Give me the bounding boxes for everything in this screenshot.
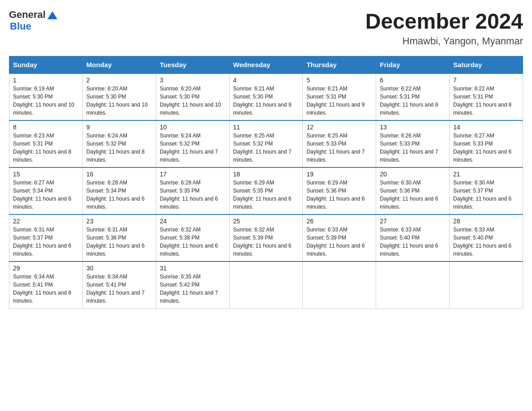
day-number: 31 (160, 265, 226, 272)
header-thursday: Thursday (303, 56, 376, 74)
week-row-1: 1Sunrise: 6:19 AMSunset: 5:30 PMDaylight… (9, 73, 523, 120)
day-info: Sunrise: 6:34 AMSunset: 5:41 PMDaylight:… (13, 273, 79, 305)
day-info: Sunrise: 6:25 AMSunset: 5:32 PMDaylight:… (233, 132, 299, 164)
day-number: 15 (13, 171, 79, 178)
day-info: Sunrise: 6:20 AMSunset: 5:30 PMDaylight:… (160, 85, 226, 117)
calendar-cell: 1Sunrise: 6:19 AMSunset: 5:30 PMDaylight… (9, 73, 83, 120)
day-number: 7 (453, 77, 519, 84)
day-number: 19 (306, 171, 372, 178)
day-info: Sunrise: 6:27 AMSunset: 5:34 PMDaylight:… (13, 179, 79, 211)
week-row-2: 8Sunrise: 6:23 AMSunset: 5:31 PMDaylight… (9, 120, 523, 167)
month-title: December 2024 (365, 9, 523, 34)
day-number: 8 (13, 124, 79, 131)
calendar-cell (229, 261, 303, 308)
day-number: 6 (380, 77, 446, 84)
calendar-cell: 10Sunrise: 6:24 AMSunset: 5:32 PMDayligh… (156, 120, 229, 167)
calendar-cell: 31Sunrise: 6:35 AMSunset: 5:42 PMDayligh… (156, 261, 229, 308)
calendar-cell: 17Sunrise: 6:28 AMSunset: 5:35 PMDayligh… (156, 167, 229, 214)
logo-general-text: General (9, 9, 46, 21)
logo: General Blue (9, 9, 57, 32)
day-info: Sunrise: 6:25 AMSunset: 5:33 PMDaylight:… (306, 132, 372, 164)
day-number: 27 (380, 218, 446, 225)
calendar-cell: 29Sunrise: 6:34 AMSunset: 5:41 PMDayligh… (9, 261, 83, 308)
day-number: 13 (380, 124, 446, 131)
day-info: Sunrise: 6:19 AMSunset: 5:30 PMDaylight:… (13, 85, 79, 117)
day-number: 25 (233, 218, 299, 225)
day-number: 21 (453, 171, 519, 178)
day-number: 22 (13, 218, 79, 225)
day-info: Sunrise: 6:30 AMSunset: 5:37 PMDaylight:… (453, 179, 519, 211)
calendar-cell: 7Sunrise: 6:22 AMSunset: 5:31 PMDaylight… (450, 73, 523, 120)
calendar-cell: 20Sunrise: 6:30 AMSunset: 5:36 PMDayligh… (376, 167, 450, 214)
calendar-cell: 12Sunrise: 6:25 AMSunset: 5:33 PMDayligh… (303, 120, 376, 167)
day-info: Sunrise: 6:35 AMSunset: 5:42 PMDaylight:… (160, 273, 226, 305)
day-number: 24 (160, 218, 226, 225)
calendar-cell: 28Sunrise: 6:33 AMSunset: 5:40 PMDayligh… (450, 214, 523, 261)
calendar-cell: 30Sunrise: 6:34 AMSunset: 5:41 PMDayligh… (82, 261, 156, 308)
calendar-cell: 21Sunrise: 6:30 AMSunset: 5:37 PMDayligh… (450, 167, 523, 214)
day-info: Sunrise: 6:32 AMSunset: 5:39 PMDaylight:… (233, 226, 299, 258)
day-info: Sunrise: 6:21 AMSunset: 5:31 PMDaylight:… (306, 85, 372, 117)
page-header: General Blue December 2024 Hmawbi, Yango… (9, 9, 523, 47)
header-sunday: Sunday (9, 56, 83, 74)
calendar-cell: 3Sunrise: 6:20 AMSunset: 5:30 PMDaylight… (156, 73, 229, 120)
calendar-cell: 9Sunrise: 6:24 AMSunset: 5:32 PMDaylight… (82, 120, 156, 167)
calendar-table: SundayMondayTuesdayWednesdayThursdayFrid… (9, 56, 523, 309)
day-info: Sunrise: 6:33 AMSunset: 5:39 PMDaylight:… (306, 226, 372, 258)
day-number: 30 (86, 265, 152, 272)
calendar-cell: 18Sunrise: 6:29 AMSunset: 5:35 PMDayligh… (229, 167, 303, 214)
day-info: Sunrise: 6:29 AMSunset: 5:36 PMDaylight:… (306, 179, 372, 211)
day-info: Sunrise: 6:22 AMSunset: 5:31 PMDaylight:… (380, 85, 446, 117)
day-info: Sunrise: 6:26 AMSunset: 5:33 PMDaylight:… (380, 132, 446, 164)
calendar-cell: 19Sunrise: 6:29 AMSunset: 5:36 PMDayligh… (303, 167, 376, 214)
calendar-cell: 14Sunrise: 6:27 AMSunset: 5:33 PMDayligh… (450, 120, 523, 167)
day-info: Sunrise: 6:20 AMSunset: 5:30 PMDaylight:… (86, 85, 152, 117)
calendar-cell: 26Sunrise: 6:33 AMSunset: 5:39 PMDayligh… (303, 214, 376, 261)
day-info: Sunrise: 6:28 AMSunset: 5:34 PMDaylight:… (86, 179, 152, 211)
day-number: 17 (160, 171, 226, 178)
day-number: 16 (86, 171, 152, 178)
calendar-cell: 15Sunrise: 6:27 AMSunset: 5:34 PMDayligh… (9, 167, 83, 214)
title-area: December 2024 Hmawbi, Yangon, Myanmar (365, 9, 523, 47)
header-wednesday: Wednesday (229, 56, 303, 74)
week-row-5: 29Sunrise: 6:34 AMSunset: 5:41 PMDayligh… (9, 261, 523, 308)
calendar-cell: 16Sunrise: 6:28 AMSunset: 5:34 PMDayligh… (82, 167, 156, 214)
calendar-cell: 11Sunrise: 6:25 AMSunset: 5:32 PMDayligh… (229, 120, 303, 167)
day-number: 4 (233, 77, 299, 84)
calendar-cell: 24Sunrise: 6:32 AMSunset: 5:38 PMDayligh… (156, 214, 229, 261)
header-monday: Monday (82, 56, 156, 74)
day-number: 20 (380, 171, 446, 178)
calendar-cell: 8Sunrise: 6:23 AMSunset: 5:31 PMDaylight… (9, 120, 83, 167)
day-number: 2 (86, 77, 152, 84)
calendar-cell: 4Sunrise: 6:21 AMSunset: 5:30 PMDaylight… (229, 73, 303, 120)
header-tuesday: Tuesday (156, 56, 229, 74)
calendar-cell (376, 261, 450, 308)
week-row-3: 15Sunrise: 6:27 AMSunset: 5:34 PMDayligh… (9, 167, 523, 214)
calendar-cell: 25Sunrise: 6:32 AMSunset: 5:39 PMDayligh… (229, 214, 303, 261)
day-info: Sunrise: 6:27 AMSunset: 5:33 PMDaylight:… (453, 132, 519, 164)
day-number: 18 (233, 171, 299, 178)
day-info: Sunrise: 6:21 AMSunset: 5:30 PMDaylight:… (233, 85, 299, 117)
day-number: 1 (13, 77, 79, 84)
day-info: Sunrise: 6:23 AMSunset: 5:31 PMDaylight:… (13, 132, 79, 164)
day-number: 14 (453, 124, 519, 131)
day-info: Sunrise: 6:31 AMSunset: 5:37 PMDaylight:… (13, 226, 79, 258)
day-number: 28 (453, 218, 519, 225)
day-info: Sunrise: 6:33 AMSunset: 5:40 PMDaylight:… (453, 226, 519, 258)
header-saturday: Saturday (450, 56, 523, 74)
day-info: Sunrise: 6:24 AMSunset: 5:32 PMDaylight:… (160, 132, 226, 164)
day-info: Sunrise: 6:24 AMSunset: 5:32 PMDaylight:… (86, 132, 152, 164)
day-info: Sunrise: 6:34 AMSunset: 5:41 PMDaylight:… (86, 273, 152, 305)
day-number: 12 (306, 124, 372, 131)
day-number: 29 (13, 265, 79, 272)
location-subtitle: Hmawbi, Yangon, Myanmar (365, 35, 523, 47)
week-row-4: 22Sunrise: 6:31 AMSunset: 5:37 PMDayligh… (9, 214, 523, 261)
calendar-cell: 2Sunrise: 6:20 AMSunset: 5:30 PMDaylight… (82, 73, 156, 120)
calendar-cell: 23Sunrise: 6:31 AMSunset: 5:38 PMDayligh… (82, 214, 156, 261)
day-info: Sunrise: 6:28 AMSunset: 5:35 PMDaylight:… (160, 179, 226, 211)
calendar-cell: 5Sunrise: 6:21 AMSunset: 5:31 PMDaylight… (303, 73, 376, 120)
day-number: 11 (233, 124, 299, 131)
calendar-cell: 6Sunrise: 6:22 AMSunset: 5:31 PMDaylight… (376, 73, 450, 120)
day-number: 5 (306, 77, 372, 84)
day-info: Sunrise: 6:22 AMSunset: 5:31 PMDaylight:… (453, 85, 519, 117)
